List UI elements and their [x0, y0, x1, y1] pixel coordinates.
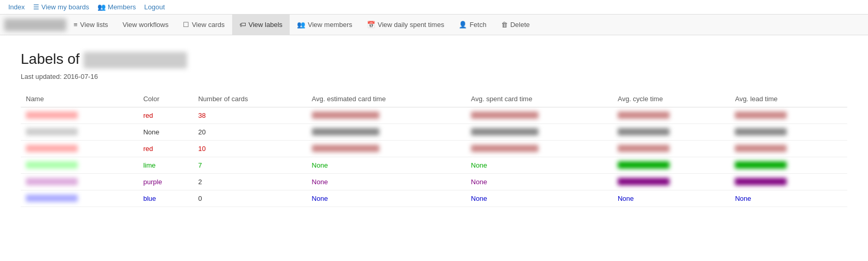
calendar-icon: 📅	[367, 21, 375, 29]
cell-color: None	[138, 123, 193, 140]
sub-nav-view-lists[interactable]: ≡ View lists	[66, 15, 116, 35]
top-nav: Index ☰View my boards 👥Members Logout	[0, 0, 868, 15]
cell-avg-spent	[466, 107, 613, 123]
cell-avg-estimated: None	[307, 173, 466, 190]
board-title-blurred	[83, 52, 187, 68]
cell-color: purple	[138, 173, 193, 190]
cell-name	[21, 107, 138, 123]
cell-avg-cycle: None	[613, 190, 730, 207]
board-name	[4, 19, 66, 31]
cell-avg-spent	[466, 140, 613, 157]
col-avg-cycle: Avg. cycle time	[613, 91, 730, 107]
sub-nav-fetch[interactable]: 👤 Fetch	[451, 15, 494, 35]
sub-nav-view-cards[interactable]: ☐ View cards	[176, 15, 232, 35]
sub-nav: ≡ View lists View workflows ☐ View cards…	[0, 15, 868, 35]
cell-name	[21, 140, 138, 157]
sub-nav-view-members[interactable]: 👥 View members	[290, 15, 360, 35]
cell-avg-lead	[730, 123, 847, 140]
cell-avg-lead	[730, 173, 847, 190]
cell-avg-cycle	[613, 140, 730, 157]
page-title: Labels of	[21, 51, 847, 68]
cell-avg-lead: None	[730, 190, 847, 207]
cell-name	[21, 157, 138, 173]
cell-avg-cycle	[613, 173, 730, 190]
main-content: Labels of Last updated: 2016-07-16 Name …	[0, 35, 868, 223]
nav-members[interactable]: 👥Members	[97, 3, 136, 11]
cell-avg-spent: None	[466, 173, 613, 190]
cell-cards: 20	[193, 123, 306, 140]
table-row: blue0NoneNoneNoneNone	[21, 190, 847, 207]
last-updated: Last updated: 2016-07-16	[21, 73, 847, 80]
cell-cards: 10	[193, 140, 306, 157]
cell-color: lime	[138, 157, 193, 173]
cell-avg-cycle	[613, 107, 730, 123]
list-icon: ☰	[33, 3, 39, 11]
cell-color: red	[138, 140, 193, 157]
cell-avg-cycle	[613, 123, 730, 140]
nav-logout[interactable]: Logout	[144, 3, 165, 11]
trash-icon: 🗑	[501, 21, 508, 29]
col-avg-estimated: Avg. estimated card time	[307, 91, 466, 107]
cell-avg-estimated: None	[307, 157, 466, 173]
cell-color: red	[138, 107, 193, 123]
cell-avg-lead	[730, 140, 847, 157]
cell-avg-estimated	[307, 107, 466, 123]
fetch-icon: 👤	[459, 21, 467, 29]
labels-table: Name Color Number of cards Avg. estimate…	[21, 91, 847, 207]
cell-cards: 38	[193, 107, 306, 123]
cell-avg-spent	[466, 123, 613, 140]
cell-name	[21, 123, 138, 140]
sub-nav-view-workflows[interactable]: View workflows	[116, 15, 176, 35]
sub-nav-delete[interactable]: 🗑 Delete	[494, 15, 537, 35]
col-color: Color	[138, 91, 193, 107]
cell-avg-cycle	[613, 157, 730, 173]
col-name: Name	[21, 91, 138, 107]
sub-nav-view-labels[interactable]: 🏷 View labels	[232, 15, 290, 35]
cell-avg-spent: None	[466, 157, 613, 173]
col-avg-lead: Avg. lead time	[730, 91, 847, 107]
cell-avg-spent: None	[466, 190, 613, 207]
cell-cards: 7	[193, 157, 306, 173]
list-icon: ≡	[74, 21, 78, 29]
cell-avg-estimated: None	[307, 190, 466, 207]
cell-cards: 2	[193, 173, 306, 190]
cell-name	[21, 190, 138, 207]
col-avg-spent: Avg. spent card time	[466, 91, 613, 107]
table-row: red10	[21, 140, 847, 157]
col-cards: Number of cards	[193, 91, 306, 107]
table-row: red38	[21, 107, 847, 123]
cell-name	[21, 173, 138, 190]
table-row: purple2NoneNone	[21, 173, 847, 190]
nav-index[interactable]: Index	[8, 3, 25, 11]
card-icon: ☐	[183, 21, 189, 29]
label-icon: 🏷	[239, 21, 246, 29]
members-icon: 👥	[97, 3, 106, 11]
nav-view-my-boards[interactable]: ☰View my boards	[33, 3, 89, 11]
sub-nav-view-daily-spent[interactable]: 📅 View daily spent times	[360, 15, 451, 35]
cell-avg-estimated	[307, 140, 466, 157]
table-row: lime7NoneNone	[21, 157, 847, 173]
cell-avg-lead	[730, 157, 847, 173]
members-icon: 👥	[297, 21, 305, 29]
table-row: None20	[21, 123, 847, 140]
cell-avg-estimated	[307, 123, 466, 140]
cell-avg-lead	[730, 107, 847, 123]
cell-color: blue	[138, 190, 193, 207]
cell-cards: 0	[193, 190, 306, 207]
